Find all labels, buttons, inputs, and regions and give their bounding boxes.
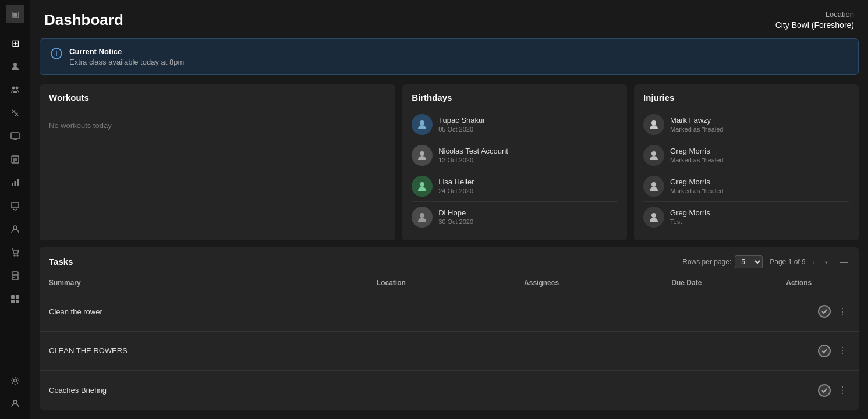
- birthday-person-info: Lisa Heller 24 Oct 2020: [438, 177, 618, 194]
- tasks-title: Tasks: [49, 257, 73, 267]
- page-title: Dashboard: [44, 11, 123, 29]
- injury-person-info: Mark Fawzy Marked as "healed": [670, 116, 849, 133]
- svg-point-30: [420, 151, 424, 156]
- svg-rect-26: [16, 300, 19, 303]
- current-notice: i Current Notice Extra class available t…: [40, 38, 859, 75]
- col-header-location: Location: [367, 274, 515, 292]
- svg-point-27: [14, 379, 17, 382]
- task-location: [367, 371, 515, 410]
- tasks-header: Tasks Rows per page: 5 10 25 Page 1 of 9…: [40, 247, 859, 274]
- sidebar-item-account[interactable]: [5, 393, 26, 414]
- avatar: [643, 114, 664, 135]
- task-actions-cell: ⋮: [777, 292, 859, 331]
- table-row: Clean the rower ⋮: [40, 292, 859, 331]
- task-actions-row: ⋮: [786, 345, 849, 357]
- sidebar-item-messages[interactable]: [5, 196, 26, 216]
- tasks-table-header-row: Summary Location Assignees Due Date Acti…: [40, 274, 859, 292]
- table-row: Coaches Briefing ⋮: [40, 371, 859, 410]
- avatar: [412, 176, 433, 197]
- injury-person-info: Greg Morris Test: [670, 208, 849, 225]
- pagination-text: Page 1 of 9: [770, 258, 805, 266]
- sidebar-item-screen[interactable]: [5, 126, 26, 147]
- next-page-button[interactable]: ›: [822, 256, 830, 268]
- svg-rect-13: [12, 183, 13, 186]
- avatar: [412, 207, 433, 228]
- sidebar-item-profile[interactable]: [5, 56, 26, 77]
- sidebar-logo: ▣: [6, 5, 24, 23]
- previous-page-button[interactable]: ‹: [810, 256, 818, 268]
- tasks-table-body: Clean the rower ⋮ CLEAN THE RO: [40, 292, 859, 410]
- task-complete-button[interactable]: [818, 384, 831, 397]
- notice-title: Current Notice: [69, 47, 184, 56]
- svg-line-3: [12, 110, 18, 116]
- workouts-title: Workouts: [49, 93, 386, 102]
- task-menu-button[interactable]: ⋮: [835, 345, 849, 356]
- injury-person-name: Greg Morris: [670, 147, 849, 155]
- task-assignees: [515, 331, 662, 371]
- header-location: Location City Bowl (Foreshore): [775, 9, 854, 31]
- task-assignees: [515, 292, 662, 331]
- avatar: [643, 207, 664, 228]
- injury-person-status: Test: [670, 218, 849, 225]
- minimize-tasks-button[interactable]: —: [839, 256, 849, 268]
- notice-text: Extra class available today at 8pm: [69, 58, 184, 66]
- birthday-item: Lisa Heller 24 Oct 2020: [412, 171, 618, 202]
- tasks-controls: Rows per page: 5 10 25 Page 1 of 9 ‹ ›: [682, 255, 830, 268]
- birthday-person-info: Di Hope 30 Oct 2020: [438, 208, 618, 225]
- birthday-person-name: Lisa Heller: [438, 177, 618, 186]
- avatar: [412, 114, 433, 135]
- svg-point-32: [420, 213, 424, 218]
- birthday-item: Tupac Shakur 05 Oct 2020: [412, 109, 618, 140]
- rows-per-page-select[interactable]: 5 10 25: [735, 255, 763, 268]
- svg-point-35: [651, 182, 656, 187]
- svg-point-34: [651, 151, 656, 156]
- task-complete-button[interactable]: [818, 305, 831, 318]
- svg-point-28: [13, 400, 17, 404]
- task-summary: Coaches Briefing: [40, 371, 367, 410]
- svg-rect-6: [11, 133, 19, 139]
- rows-per-page-label: Rows per page:: [682, 258, 731, 266]
- pagination-control: Page 1 of 9 ‹ ›: [770, 256, 830, 268]
- sidebar-item-tools[interactable]: [5, 102, 26, 123]
- birthday-person-info: Tupac Shakur 05 Oct 2020: [438, 116, 618, 133]
- sidebar-item-reports[interactable]: [5, 172, 26, 193]
- task-actions-cell: ⋮: [777, 371, 859, 410]
- birthday-person-date: 05 Oct 2020: [438, 126, 618, 133]
- sidebar-item-tasks-nav[interactable]: [5, 149, 26, 170]
- sidebar-item-integrations[interactable]: [5, 289, 26, 310]
- task-menu-button[interactable]: ⋮: [835, 306, 849, 317]
- task-menu-button[interactable]: ⋮: [835, 385, 849, 396]
- task-due-date: [662, 292, 777, 331]
- sidebar-item-members[interactable]: [5, 79, 26, 100]
- task-complete-button[interactable]: [818, 345, 831, 357]
- col-header-summary: Summary: [40, 274, 367, 292]
- tasks-table: Summary Location Assignees Due Date Acti…: [40, 274, 859, 410]
- table-row: CLEAN THE ROWERS ⋮: [40, 331, 859, 371]
- sidebar-item-user[interactable]: [5, 219, 26, 240]
- injury-person-status: Marked as "healed": [670, 126, 849, 133]
- main-content: Dashboard Location City Bowl (Foreshore)…: [30, 0, 868, 419]
- birthday-person-date: 12 Oct 2020: [438, 157, 618, 164]
- birthday-person-date: 30 Oct 2020: [438, 218, 618, 225]
- injury-person-info: Greg Morris Marked as "healed": [670, 147, 849, 164]
- svg-rect-14: [15, 181, 16, 186]
- workouts-card: Workouts No workouts today: [40, 84, 395, 240]
- svg-rect-24: [16, 295, 19, 299]
- tasks-header-right: Rows per page: 5 10 25 Page 1 of 9 ‹ › —: [682, 255, 849, 268]
- birthday-item: Nicolas Test Account 12 Oct 2020: [412, 140, 618, 171]
- avatar: [643, 145, 664, 166]
- col-header-due-date: Due Date: [662, 274, 777, 292]
- sidebar: ▣ ⊞: [0, 0, 30, 419]
- sidebar-item-dashboard[interactable]: ⊞: [5, 33, 26, 54]
- sidebar-item-settings[interactable]: [5, 370, 26, 391]
- task-due-date: [662, 331, 777, 371]
- location-name: City Bowl (Foreshore): [775, 20, 854, 31]
- birthdays-title: Birthdays: [412, 93, 618, 102]
- sidebar-item-shop[interactable]: [5, 242, 26, 263]
- sidebar-item-docs[interactable]: [5, 265, 26, 286]
- injury-item: Greg Morris Marked as "healed": [643, 140, 849, 171]
- svg-point-17: [14, 255, 15, 256]
- avatar: [412, 145, 433, 166]
- col-header-actions: Actions: [777, 274, 859, 292]
- injury-person-name: Greg Morris: [670, 177, 849, 186]
